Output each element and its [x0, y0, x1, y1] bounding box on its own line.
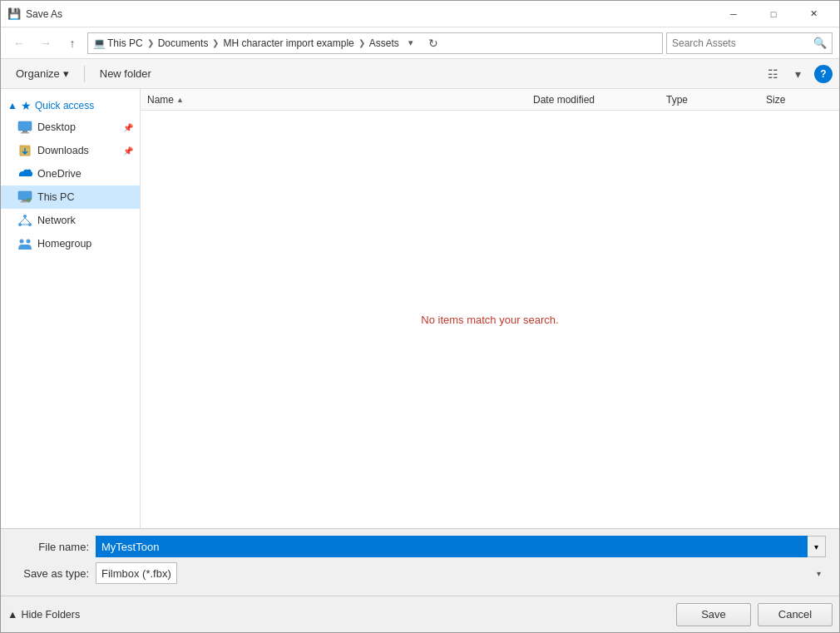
- column-headers: Name ▲ Date modified Type Size: [141, 89, 839, 111]
- savetype-label: Save as type:: [14, 567, 89, 580]
- view-dropdown-button[interactable]: ▾: [786, 62, 809, 86]
- bottom-panel: File name: ▾ Save as type: Filmbox (*.fb…: [1, 528, 839, 596]
- toolbar-right: ☷ ▾ ?: [761, 62, 833, 86]
- filename-row: File name: ▾: [14, 536, 826, 557]
- organize-button[interactable]: Organize ▾: [7, 62, 77, 86]
- savetype-dropdown-icon: ▾: [817, 569, 821, 578]
- search-box[interactable]: 🔍: [666, 32, 833, 54]
- toolbar: Organize ▾ New folder ☷ ▾ ?: [1, 59, 839, 89]
- sidebar-item-downloads[interactable]: Downloads 📌: [1, 139, 140, 162]
- save-as-dialog: 💾 Save As ─ □ ✕ ← → ↑ 💻 This PC ❯ Docume…: [0, 0, 840, 633]
- up-button[interactable]: ↑: [61, 32, 84, 55]
- forward-button[interactable]: →: [34, 32, 57, 55]
- filename-label: File name:: [14, 541, 89, 553]
- window-icon: 💾: [7, 7, 21, 21]
- col-header-size[interactable]: Size: [766, 94, 833, 106]
- organize-dropdown-icon: ▾: [63, 67, 69, 80]
- svg-point-13: [20, 240, 24, 244]
- svg-line-10: [20, 218, 25, 223]
- col-header-name[interactable]: Name ▲: [147, 94, 533, 106]
- help-button[interactable]: ?: [814, 65, 833, 83]
- breadcrumb-assets[interactable]: Assets: [369, 37, 399, 49]
- address-bar[interactable]: 💻 This PC ❯ Documents ❯ MH character imp…: [87, 32, 663, 54]
- hide-folders-chevron-icon: ▲: [7, 609, 17, 621]
- svg-rect-4: [22, 200, 28, 201]
- navigation-bar: ← → ↑ 💻 This PC ❯ Documents ❯ MH charact…: [1, 27, 839, 59]
- empty-state: No items match your search.: [141, 111, 839, 528]
- sidebar-item-desktop[interactable]: Desktop 📌: [1, 116, 140, 139]
- svg-line-11: [25, 218, 30, 223]
- save-button[interactable]: Save: [676, 603, 751, 626]
- new-folder-button[interactable]: New folder: [91, 62, 160, 86]
- quick-access-chevron: ▲: [7, 100, 17, 111]
- empty-state-text: No items match your search.: [421, 314, 558, 326]
- sort-arrow-icon: ▲: [176, 96, 184, 104]
- maximize-button[interactable]: □: [754, 2, 793, 27]
- desktop-pin-icon: 📌: [123, 123, 133, 132]
- search-input[interactable]: [672, 37, 810, 49]
- thispc-icon: [17, 190, 32, 205]
- toolbar-separator: [84, 66, 85, 82]
- close-button[interactable]: ✕: [794, 2, 833, 27]
- address-refresh-button[interactable]: ↻: [422, 32, 444, 54]
- col-header-date[interactable]: Date modified: [533, 94, 666, 106]
- cancel-button[interactable]: Cancel: [758, 603, 833, 626]
- quick-access-icon: ★: [21, 99, 32, 112]
- savetype-select[interactable]: Filmbox (*.fbx): [96, 562, 177, 584]
- filename-wrapper: ▾: [96, 536, 826, 557]
- sidebar-item-thispc[interactable]: This PC: [1, 185, 140, 209]
- filename-dropdown-button[interactable]: ▾: [808, 536, 826, 557]
- title-bar: 💾 Save As ─ □ ✕: [1, 1, 839, 27]
- breadcrumb-sep-3: ❯: [358, 38, 365, 47]
- window-title: Save As: [26, 8, 714, 20]
- search-icon: 🔍: [813, 37, 827, 49]
- main-content: ▲ ★ Quick access Desktop 📌: [1, 89, 839, 528]
- desktop-icon: [17, 120, 32, 135]
- sidebar-item-homegroup[interactable]: Homegroup: [1, 232, 140, 255]
- svg-rect-0: [18, 121, 32, 131]
- savetype-wrapper: Filmbox (*.fbx) ▾: [96, 562, 826, 584]
- breadcrumb-documents[interactable]: Documents: [158, 37, 209, 49]
- svg-point-6: [27, 199, 31, 202]
- action-bar: ▲ Hide Folders Save Cancel: [1, 596, 839, 632]
- svg-point-7: [23, 215, 27, 218]
- minimize-button[interactable]: ─: [714, 2, 753, 27]
- onedrive-icon: [17, 166, 32, 181]
- breadcrumb-sep-2: ❯: [212, 38, 219, 47]
- thispc-icon: 💻: [93, 37, 106, 49]
- homegroup-icon: [17, 236, 32, 251]
- svg-rect-1: [22, 131, 27, 132]
- back-button[interactable]: ←: [7, 32, 31, 55]
- sidebar: ▲ ★ Quick access Desktop 📌: [1, 89, 141, 528]
- sidebar-item-network[interactable]: Network: [1, 209, 140, 232]
- svg-rect-2: [21, 132, 29, 134]
- svg-point-14: [27, 240, 31, 244]
- breadcrumb-mh[interactable]: MH character import example: [223, 37, 353, 49]
- network-icon: [17, 213, 32, 228]
- savetype-row: Save as type: Filmbox (*.fbx) ▾: [14, 562, 826, 584]
- downloads-icon: [17, 143, 32, 158]
- breadcrumb-thispc[interactable]: 💻 This PC: [93, 37, 143, 49]
- file-area: Name ▲ Date modified Type Size No items …: [141, 89, 839, 528]
- address-dropdown-button[interactable]: ▾: [403, 32, 419, 54]
- col-header-type[interactable]: Type: [666, 94, 766, 106]
- view-button[interactable]: ☷: [761, 62, 784, 86]
- window-controls: ─ □ ✕: [714, 2, 833, 27]
- quick-access-header[interactable]: ▲ ★ Quick access: [1, 96, 140, 116]
- sidebar-item-onedrive[interactable]: OneDrive: [1, 162, 140, 185]
- filename-input[interactable]: [96, 536, 808, 557]
- breadcrumb-sep-1: ❯: [147, 38, 154, 47]
- downloads-pin-icon: 📌: [123, 146, 133, 156]
- hide-folders-button[interactable]: ▲ Hide Folders: [7, 609, 80, 621]
- action-buttons: Save Cancel: [676, 603, 833, 626]
